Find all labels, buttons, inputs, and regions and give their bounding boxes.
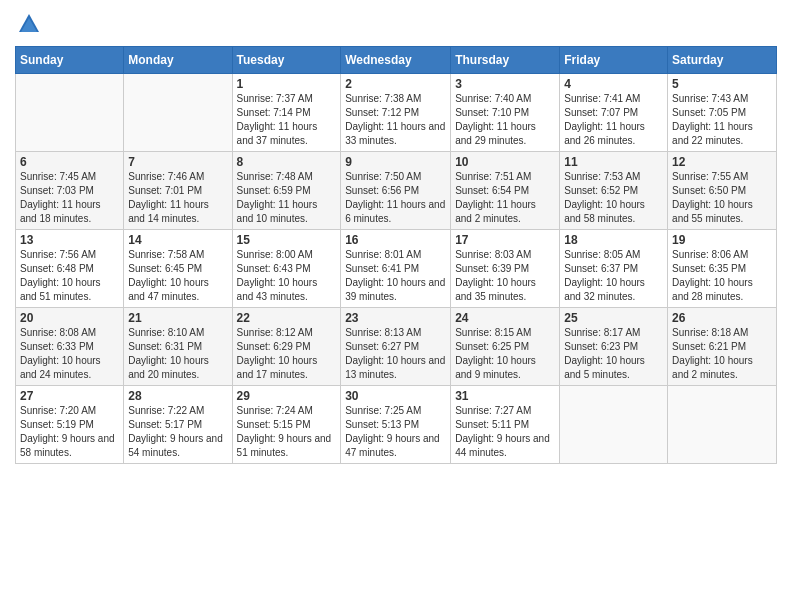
page: SundayMondayTuesdayWednesdayThursdayFrid… <box>0 0 792 479</box>
day-number: 17 <box>455 233 555 247</box>
day-number: 19 <box>672 233 772 247</box>
day-number: 8 <box>237 155 337 169</box>
day-info: Sunrise: 8:00 AMSunset: 6:43 PMDaylight:… <box>237 248 337 304</box>
calendar-day-header: Friday <box>560 47 668 74</box>
logo <box>15 10 47 38</box>
day-number: 22 <box>237 311 337 325</box>
day-info: Sunrise: 7:40 AMSunset: 7:10 PMDaylight:… <box>455 92 555 148</box>
day-number: 6 <box>20 155 119 169</box>
day-info: Sunrise: 7:58 AMSunset: 6:45 PMDaylight:… <box>128 248 227 304</box>
calendar-cell: 25Sunrise: 8:17 AMSunset: 6:23 PMDayligh… <box>560 308 668 386</box>
day-info: Sunrise: 7:25 AMSunset: 5:13 PMDaylight:… <box>345 404 446 460</box>
day-info: Sunrise: 8:13 AMSunset: 6:27 PMDaylight:… <box>345 326 446 382</box>
day-number: 9 <box>345 155 446 169</box>
day-number: 29 <box>237 389 337 403</box>
calendar-cell: 26Sunrise: 8:18 AMSunset: 6:21 PMDayligh… <box>668 308 777 386</box>
day-info: Sunrise: 7:41 AMSunset: 7:07 PMDaylight:… <box>564 92 663 148</box>
day-number: 18 <box>564 233 663 247</box>
day-number: 10 <box>455 155 555 169</box>
calendar-cell <box>560 386 668 464</box>
day-info: Sunrise: 8:06 AMSunset: 6:35 PMDaylight:… <box>672 248 772 304</box>
header <box>15 10 777 38</box>
calendar-cell: 12Sunrise: 7:55 AMSunset: 6:50 PMDayligh… <box>668 152 777 230</box>
day-info: Sunrise: 7:46 AMSunset: 7:01 PMDaylight:… <box>128 170 227 226</box>
calendar-cell: 13Sunrise: 7:56 AMSunset: 6:48 PMDayligh… <box>16 230 124 308</box>
calendar-header-row: SundayMondayTuesdayWednesdayThursdayFrid… <box>16 47 777 74</box>
calendar-week-row: 13Sunrise: 7:56 AMSunset: 6:48 PMDayligh… <box>16 230 777 308</box>
day-info: Sunrise: 7:38 AMSunset: 7:12 PMDaylight:… <box>345 92 446 148</box>
day-number: 1 <box>237 77 337 91</box>
calendar-cell: 30Sunrise: 7:25 AMSunset: 5:13 PMDayligh… <box>341 386 451 464</box>
day-number: 16 <box>345 233 446 247</box>
calendar-cell: 5Sunrise: 7:43 AMSunset: 7:05 PMDaylight… <box>668 74 777 152</box>
calendar-cell: 17Sunrise: 8:03 AMSunset: 6:39 PMDayligh… <box>451 230 560 308</box>
calendar-cell: 23Sunrise: 8:13 AMSunset: 6:27 PMDayligh… <box>341 308 451 386</box>
calendar-cell: 9Sunrise: 7:50 AMSunset: 6:56 PMDaylight… <box>341 152 451 230</box>
day-info: Sunrise: 7:53 AMSunset: 6:52 PMDaylight:… <box>564 170 663 226</box>
calendar-cell: 6Sunrise: 7:45 AMSunset: 7:03 PMDaylight… <box>16 152 124 230</box>
calendar-cell <box>16 74 124 152</box>
day-info: Sunrise: 7:24 AMSunset: 5:15 PMDaylight:… <box>237 404 337 460</box>
calendar-day-header: Saturday <box>668 47 777 74</box>
calendar-cell: 24Sunrise: 8:15 AMSunset: 6:25 PMDayligh… <box>451 308 560 386</box>
day-number: 7 <box>128 155 227 169</box>
day-number: 21 <box>128 311 227 325</box>
day-info: Sunrise: 8:05 AMSunset: 6:37 PMDaylight:… <box>564 248 663 304</box>
day-info: Sunrise: 7:56 AMSunset: 6:48 PMDaylight:… <box>20 248 119 304</box>
day-info: Sunrise: 8:17 AMSunset: 6:23 PMDaylight:… <box>564 326 663 382</box>
calendar-cell: 15Sunrise: 8:00 AMSunset: 6:43 PMDayligh… <box>232 230 341 308</box>
calendar-cell: 3Sunrise: 7:40 AMSunset: 7:10 PMDaylight… <box>451 74 560 152</box>
calendar-cell: 1Sunrise: 7:37 AMSunset: 7:14 PMDaylight… <box>232 74 341 152</box>
calendar-cell: 7Sunrise: 7:46 AMSunset: 7:01 PMDaylight… <box>124 152 232 230</box>
day-info: Sunrise: 7:48 AMSunset: 6:59 PMDaylight:… <box>237 170 337 226</box>
calendar-cell: 28Sunrise: 7:22 AMSunset: 5:17 PMDayligh… <box>124 386 232 464</box>
day-info: Sunrise: 8:03 AMSunset: 6:39 PMDaylight:… <box>455 248 555 304</box>
day-info: Sunrise: 7:51 AMSunset: 6:54 PMDaylight:… <box>455 170 555 226</box>
day-info: Sunrise: 7:27 AMSunset: 5:11 PMDaylight:… <box>455 404 555 460</box>
calendar-cell: 21Sunrise: 8:10 AMSunset: 6:31 PMDayligh… <box>124 308 232 386</box>
calendar-day-header: Sunday <box>16 47 124 74</box>
day-number: 25 <box>564 311 663 325</box>
logo-icon <box>15 10 43 38</box>
calendar-day-header: Tuesday <box>232 47 341 74</box>
calendar-cell: 27Sunrise: 7:20 AMSunset: 5:19 PMDayligh… <box>16 386 124 464</box>
day-info: Sunrise: 8:08 AMSunset: 6:33 PMDaylight:… <box>20 326 119 382</box>
day-number: 2 <box>345 77 446 91</box>
calendar-cell: 20Sunrise: 8:08 AMSunset: 6:33 PMDayligh… <box>16 308 124 386</box>
calendar-week-row: 20Sunrise: 8:08 AMSunset: 6:33 PMDayligh… <box>16 308 777 386</box>
calendar-cell: 22Sunrise: 8:12 AMSunset: 6:29 PMDayligh… <box>232 308 341 386</box>
day-number: 15 <box>237 233 337 247</box>
calendar-cell: 19Sunrise: 8:06 AMSunset: 6:35 PMDayligh… <box>668 230 777 308</box>
day-info: Sunrise: 8:15 AMSunset: 6:25 PMDaylight:… <box>455 326 555 382</box>
calendar-cell: 29Sunrise: 7:24 AMSunset: 5:15 PMDayligh… <box>232 386 341 464</box>
calendar-day-header: Thursday <box>451 47 560 74</box>
day-number: 31 <box>455 389 555 403</box>
day-info: Sunrise: 7:37 AMSunset: 7:14 PMDaylight:… <box>237 92 337 148</box>
day-info: Sunrise: 8:12 AMSunset: 6:29 PMDaylight:… <box>237 326 337 382</box>
calendar-cell: 18Sunrise: 8:05 AMSunset: 6:37 PMDayligh… <box>560 230 668 308</box>
calendar-cell: 11Sunrise: 7:53 AMSunset: 6:52 PMDayligh… <box>560 152 668 230</box>
calendar-table: SundayMondayTuesdayWednesdayThursdayFrid… <box>15 46 777 464</box>
day-info: Sunrise: 7:43 AMSunset: 7:05 PMDaylight:… <box>672 92 772 148</box>
calendar-cell: 16Sunrise: 8:01 AMSunset: 6:41 PMDayligh… <box>341 230 451 308</box>
calendar-cell: 8Sunrise: 7:48 AMSunset: 6:59 PMDaylight… <box>232 152 341 230</box>
day-info: Sunrise: 7:50 AMSunset: 6:56 PMDaylight:… <box>345 170 446 226</box>
day-info: Sunrise: 7:20 AMSunset: 5:19 PMDaylight:… <box>20 404 119 460</box>
day-number: 13 <box>20 233 119 247</box>
calendar-cell: 4Sunrise: 7:41 AMSunset: 7:07 PMDaylight… <box>560 74 668 152</box>
calendar-day-header: Wednesday <box>341 47 451 74</box>
day-number: 11 <box>564 155 663 169</box>
day-number: 26 <box>672 311 772 325</box>
day-number: 12 <box>672 155 772 169</box>
calendar-cell: 14Sunrise: 7:58 AMSunset: 6:45 PMDayligh… <box>124 230 232 308</box>
calendar-cell <box>668 386 777 464</box>
day-number: 3 <box>455 77 555 91</box>
calendar-week-row: 6Sunrise: 7:45 AMSunset: 7:03 PMDaylight… <box>16 152 777 230</box>
day-info: Sunrise: 7:55 AMSunset: 6:50 PMDaylight:… <box>672 170 772 226</box>
day-info: Sunrise: 8:18 AMSunset: 6:21 PMDaylight:… <box>672 326 772 382</box>
day-number: 28 <box>128 389 227 403</box>
day-number: 24 <box>455 311 555 325</box>
day-number: 27 <box>20 389 119 403</box>
calendar-cell <box>124 74 232 152</box>
day-number: 30 <box>345 389 446 403</box>
